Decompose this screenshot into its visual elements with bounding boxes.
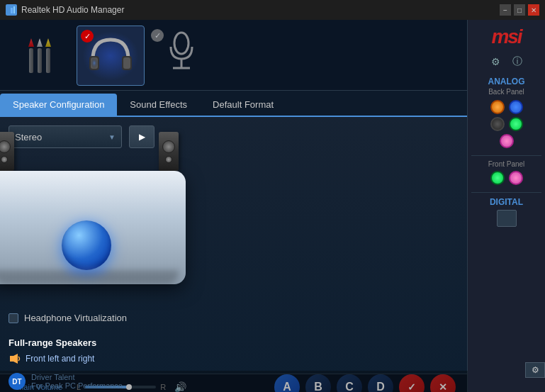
dropdown-row: Stereo ▼ ▶ [9,125,164,148]
msi-logo: msi [491,26,521,48]
svg-rect-7 [91,57,98,69]
svg-point-8 [174,33,189,54]
title-bar-left: Realtek HD Audio Manager [6,4,124,16]
left-panel: Stereo ▼ ▶ [9,125,164,365]
speaker-visualization [9,157,164,298]
front-left-right-label: Front left and right [26,354,94,364]
audio-sphere [62,220,111,270]
port-orange[interactable] [490,100,505,114]
close-button[interactable]: ✕ [528,4,539,16]
port-green-back[interactable] [509,117,523,131]
headphone-icon [79,28,142,84]
front-panel-label: Front Panel [488,160,525,168]
mic-badge: ✓ [151,29,164,42]
main-container: ✓ [0,20,545,392]
speaker-dropdown[interactable]: Stereo ▼ [9,125,122,148]
title-bar-text: Realtek HD Audio Manager [21,5,124,15]
tab-sound-effects[interactable]: Sound Effects [117,94,200,116]
dropdown-value: Stereo [15,132,42,142]
speaker-right-body [159,132,179,171]
mic-icon [160,29,203,82]
watermark-text-container: Driver Talent For Peak PC Performance [31,373,123,390]
port-pink-front[interactable] [509,171,523,185]
right-sidebar: msi ⚙ ⓘ ANALOG Back Panel Front Panel [467,20,545,392]
sidebar-divider2 [471,192,541,193]
sidebar-settings-button[interactable]: ⚙ [525,362,545,378]
rca-plug-white [37,38,43,73]
device-mic[interactable]: ✓ [147,26,215,86]
sidebar-divider [471,155,541,156]
play-test-button[interactable]: ▶ [129,125,154,148]
speaker-right-tweeter [165,156,172,163]
tab-default-format[interactable]: Default Format [200,94,286,116]
speaker-right[interactable] [159,132,179,171]
headphone-virtualization-row: Headphone Virtualization [9,313,164,323]
speaker-right-cone [162,140,175,153]
dropdown-arrow-icon: ▼ [108,133,116,141]
play-icon: ▶ [139,132,145,142]
speaker-left[interactable] [0,132,14,171]
tab-speaker-config[interactable]: Speaker Configuration [0,94,117,116]
speaker-small-icon [9,352,21,365]
svg-rect-6 [123,57,130,69]
fullrange-title: Full-range Speakers [9,337,164,348]
watermark-line1: Driver Talent [31,373,123,381]
watermark: DT Driver Talent For Peak PC Performance [0,371,468,392]
analog-label: ANALOG [488,77,525,86]
port-black[interactable] [490,117,505,131]
app-icon [6,4,17,16]
back-panel-ports-row2 [490,117,523,131]
back-panel-label: Back Panel [488,88,524,96]
device-headphone[interactable]: ✓ [77,26,145,86]
sidebar-bottom: ⚙ [468,362,545,386]
back-panel-ports-row1 [490,100,523,114]
gear-icon[interactable]: ⚙ [488,54,504,69]
rca-icon [23,33,57,79]
sidebar-icons-row: ⚙ ⓘ [488,54,525,69]
digital-port[interactable] [497,210,517,227]
watermark-line2: For Peak PC Performance [31,381,123,390]
title-bar: Realtek HD Audio Manager − □ ✕ [0,0,545,20]
digital-label: DIGITAL [490,197,523,207]
speaker-left-cone [0,140,11,153]
watermark-logo-text: DT [12,378,21,386]
svg-rect-11 [10,356,13,362]
fullrange-item: Front left and right [9,352,164,365]
speaker-left-body [0,132,14,171]
headphone-virtualization-label: Headphone Virtualization [24,313,127,323]
rca-plug-yellow [45,38,51,73]
svg-rect-0 [8,9,10,13]
speaker-stage [0,171,186,284]
info-icon[interactable]: ⓘ [510,54,525,69]
port-pink-back[interactable] [500,134,514,148]
fullrange-section: Full-range Speakers Front left and right [9,337,164,365]
svg-rect-1 [11,8,13,13]
rca-plug-red [28,38,34,73]
speaker-config-content: Stereo ▼ ▶ [0,117,467,374]
watermark-logo: DT [9,373,26,390]
device-row: ✓ [0,20,467,91]
svg-marker-12 [13,354,18,364]
back-panel-ports-row3 [500,134,514,148]
tabs-row: Speaker Configuration Sound Effects Defa… [0,91,467,117]
maximize-button[interactable]: □ [514,4,525,16]
device-rca[interactable] [6,26,74,86]
stage-container [0,171,186,284]
front-panel-ports [490,171,523,185]
port-blue-back[interactable] [509,100,523,114]
svg-rect-2 [13,6,15,13]
headphone-virtualization-checkbox[interactable] [9,313,18,323]
minimize-button[interactable]: − [500,4,511,16]
speaker-left-tweeter [1,156,8,163]
content-area: ✓ [0,20,467,392]
port-green-front[interactable] [490,171,505,185]
title-bar-controls: − □ ✕ [500,4,539,16]
